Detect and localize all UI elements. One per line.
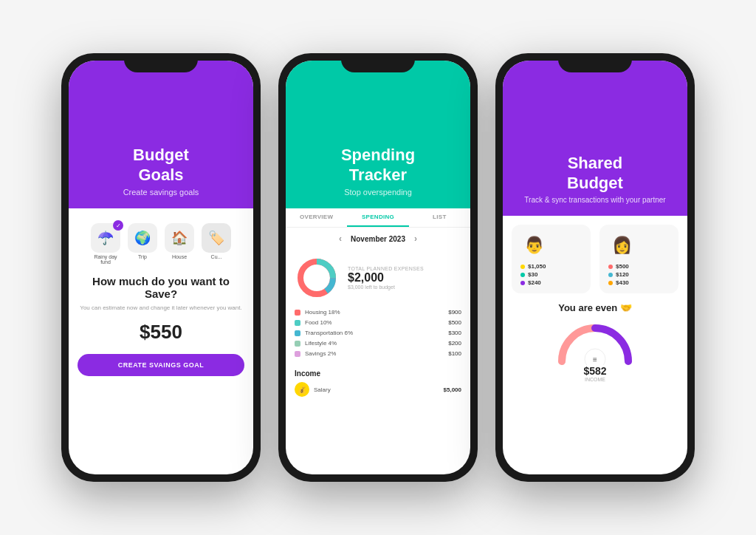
goal-house: 🏠 House (165, 223, 194, 265)
spending-housing: Housing 18% $900 (295, 309, 461, 316)
notch-1 (124, 53, 198, 72)
p2-amount-1: $500 (608, 263, 670, 270)
income-title: Income (295, 369, 461, 378)
phone3-inner: Shared Budget Track & sync transactions … (503, 61, 687, 474)
phone2-subtitle: Stop overspending (344, 188, 412, 197)
phone3-header: Shared Budget Track & sync transactions … (503, 61, 687, 216)
spending-food-val: $500 (448, 319, 461, 326)
phone1-title: Budget Goals (133, 146, 189, 185)
partner1-avatar: 👨 (520, 232, 547, 259)
partner2-amounts: $500 $120 $430 (608, 263, 670, 286)
tabs-row: OVERVIEW SPENDING LIST (286, 208, 470, 228)
partner2-card: 👩 $500 $120 (599, 225, 678, 293)
phone3-subtitle: Track & sync transactions with your part… (509, 196, 680, 204)
income-icon: 💰 (295, 382, 309, 397)
income-section: Income 💰 Salary $5,000 (286, 364, 470, 400)
gauge-chart: ≡ (554, 321, 636, 365)
goal-icon-trip: 🌍 (128, 223, 157, 253)
gauge-label: INCOME (585, 377, 605, 382)
spending-savings-name: Savings 2% (305, 350, 444, 357)
chart-section: TOTAL PLANNED EXPENSES $2,000 $3,000 lef… (286, 250, 470, 306)
spending-transport-val: $300 (448, 330, 461, 336)
income-salary-name: Salary (314, 386, 439, 393)
chart-info: TOTAL PLANNED EXPENSES $2,000 $3,000 lef… (348, 266, 461, 290)
create-savings-button[interactable]: CREATE SVAINGS GOAL (78, 354, 244, 376)
phone-spending-tracker: Spending Tracker Stop overspending OVERV… (278, 53, 478, 482)
phone3-content: 👨 $1,050 $30 (503, 216, 687, 391)
income-salary-item: 💰 Salary $5,000 (295, 382, 461, 397)
p2-dot-1 (608, 265, 613, 269)
dot-savings (295, 351, 300, 357)
chart-sub: $3,000 left to budget (348, 284, 461, 290)
phone1-header: Budget Goals Create savings goals (69, 61, 253, 208)
chart-label: TOTAL PLANNED EXPENSES (348, 266, 461, 271)
next-month-arrow[interactable]: › (414, 234, 417, 244)
partner2-avatar: 👩 (608, 232, 635, 259)
spending-food: Food 10% $500 (295, 319, 461, 326)
goals-row: ☂️ Rainy dayfund 🌍 Trip 🏠 House 🏷️ Cu... (91, 223, 231, 265)
save-question: How much do you want to Save? (78, 275, 244, 300)
phone1-subtitle: Create savings goals (123, 188, 199, 197)
phone2-header: Spending Tracker Stop overspending (286, 61, 470, 208)
spending-lifestyle-name: Lifestyle 4% (305, 340, 444, 347)
save-amount: $550 (140, 321, 182, 344)
spending-housing-name: Housing 18% (305, 309, 444, 316)
phone1-content: ☂️ Rainy dayfund 🌍 Trip 🏠 House 🏷️ Cu... (69, 208, 253, 385)
svg-text:≡: ≡ (593, 355, 597, 364)
gauge-section: ≡ $582 INCOME (512, 321, 678, 382)
p2-dot-2 (608, 273, 613, 277)
spending-lifestyle-val: $200 (448, 340, 461, 347)
p1-dot-1 (520, 265, 525, 269)
phone2-title: Spending Tracker (341, 146, 415, 185)
phone1-inner: Budget Goals Create savings goals ☂️ Rai… (69, 61, 253, 474)
even-text: You are even 🤝 (512, 302, 678, 313)
partner1-card: 👨 $1,050 $30 (512, 225, 591, 293)
goal-custom: 🏷️ Cu... (202, 223, 231, 265)
income-salary-val: $5,000 (444, 386, 461, 393)
tab-list[interactable]: LIST (409, 208, 470, 227)
p2-amount-2: $120 (608, 271, 670, 278)
dot-housing (295, 310, 300, 316)
notch-3 (558, 53, 632, 72)
notch-2 (341, 53, 415, 72)
main-container: Budget Goals Create savings goals ☂️ Rai… (0, 0, 756, 535)
spending-food-name: Food 10% (305, 319, 444, 326)
partner1-amounts: $1,050 $30 $240 (520, 263, 582, 286)
spending-savings: Savings 2% $100 (295, 350, 461, 357)
tab-overview[interactable]: OVERVIEW (286, 208, 347, 227)
phone-shared-budget: Shared Budget Track & sync transactions … (495, 53, 695, 482)
partners-row: 👨 $1,050 $30 (512, 225, 678, 293)
dot-transport (295, 330, 300, 336)
phone-budget-goals: Budget Goals Create savings goals ☂️ Rai… (61, 53, 261, 482)
p2-amount-3: $430 (608, 279, 670, 286)
p1-amount-2: $30 (520, 271, 582, 278)
spending-savings-val: $100 (448, 350, 461, 357)
spending-list: Housing 18% $900 Food 10% $500 Transport… (286, 306, 470, 364)
donut-chart (295, 256, 339, 300)
goal-trip: 🌍 Trip (128, 223, 157, 265)
dot-lifestyle (295, 341, 300, 347)
goal-icon-custom: 🏷️ (202, 223, 231, 253)
spending-transport: Transportation 6% $300 (295, 330, 461, 336)
goal-icon-rainy: ☂️ (91, 223, 120, 253)
gauge-amount: $582 (583, 365, 606, 377)
chart-amount: $2,000 (348, 271, 461, 284)
phone2-content: OVERVIEW SPENDING LIST ‹ November 2023 › (286, 208, 470, 400)
dot-food (295, 320, 300, 326)
p1-amount-3: $240 (520, 279, 582, 286)
p2-dot-3 (608, 281, 613, 285)
month-label: November 2023 (351, 235, 405, 243)
spending-housing-val: $900 (448, 309, 461, 316)
save-desc: You can estimate now and change it later… (80, 304, 241, 312)
goal-rainy: ☂️ Rainy dayfund (91, 223, 120, 265)
spending-transport-name: Transportation 6% (305, 330, 444, 336)
p1-amount-1: $1,050 (520, 263, 582, 270)
tab-spending[interactable]: SPENDING (347, 208, 408, 227)
prev-month-arrow[interactable]: ‹ (339, 234, 342, 244)
month-row: ‹ November 2023 › (286, 228, 470, 250)
p1-dot-3 (520, 281, 525, 285)
phone3-title: Shared Budget (567, 154, 623, 193)
p1-dot-2 (520, 273, 525, 277)
goal-icon-house: 🏠 (165, 223, 194, 253)
phone2-inner: Spending Tracker Stop overspending OVERV… (286, 61, 470, 474)
